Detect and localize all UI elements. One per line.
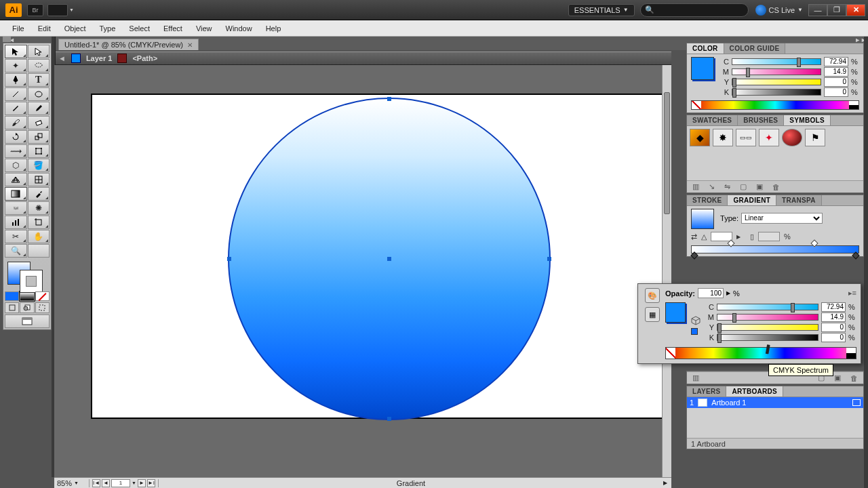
color-mode-none[interactable] [35, 291, 50, 301]
screen-mode-button[interactable] [5, 314, 50, 328]
tool-symbol-sprayer[interactable]: ✺ [28, 201, 50, 215]
tool-eraser[interactable] [28, 116, 50, 129]
color-mode-solid[interactable] [5, 291, 19, 301]
popup-spectrum[interactable] [665, 347, 856, 359]
artboard-row[interactable]: 1 Artboard 1 [687, 397, 863, 408]
tool-blend[interactable]: ⎃ [5, 201, 27, 215]
menu-file[interactable]: File [5, 22, 31, 35]
duplicate-icon[interactable]: ▣ [834, 373, 841, 382]
anchor-right[interactable] [547, 257, 551, 261]
aspect-field[interactable] [758, 232, 780, 241]
tool-lasso[interactable] [28, 59, 50, 73]
tool-column-graph[interactable] [5, 216, 27, 229]
opacity-stepper[interactable]: ▶ [726, 290, 730, 296]
popup-slider-c[interactable] [717, 304, 818, 310]
tool-scale[interactable] [28, 130, 50, 144]
opacity-input[interactable] [698, 288, 724, 298]
anchor-bottom[interactable] [387, 417, 391, 421]
tool-slice[interactable]: ✂ [5, 230, 27, 243]
anchor-left[interactable] [227, 257, 231, 261]
delete-icon[interactable]: 🗑 [850, 374, 858, 382]
popup-swatches-icon[interactable]: ▦ [645, 307, 660, 322]
tool-blob-brush[interactable]: 🖌 [5, 116, 27, 129]
appearance-menu-icon[interactable]: ▥ [692, 373, 699, 382]
anchor-center[interactable] [387, 257, 391, 261]
break-link-icon[interactable]: ⇋ [724, 182, 730, 191]
popup-palette-icon[interactable]: 🎨 [645, 288, 660, 303]
tool-selection[interactable] [5, 45, 27, 58]
search-input[interactable]: 🔍 [640, 3, 749, 17]
tool-direct-selection[interactable] [28, 45, 50, 58]
symbol-flag[interactable]: ⚑ [805, 129, 825, 146]
draw-inside[interactable] [35, 302, 50, 313]
tab-swatches[interactable]: SWATCHES [687, 115, 738, 125]
tool-pencil[interactable] [28, 102, 50, 115]
tool-magic-wand[interactable]: ✦ [5, 59, 27, 73]
scrollbar-vertical[interactable] [662, 65, 671, 477]
tab-color-guide[interactable]: COLOR GUIDE [724, 43, 786, 54]
close-tab-icon[interactable]: ✕ [187, 41, 193, 49]
nav-next[interactable]: ► [138, 479, 146, 487]
tab-transparency[interactable]: TRANSPA [776, 195, 822, 205]
menu-select[interactable]: Select [122, 22, 157, 35]
tool-shape-builder[interactable]: ⬡ [5, 159, 27, 172]
popup-k-value[interactable]: 0 [821, 333, 846, 342]
popup-m-value[interactable]: 14.9 [821, 312, 846, 322]
popup-menu-icon[interactable]: ▸≡ [848, 289, 856, 298]
symbol-tape[interactable]: ▭▭ [736, 129, 756, 146]
menu-view[interactable]: View [189, 22, 219, 35]
minimize-button[interactable]: — [808, 4, 827, 16]
tool-free-transform[interactable] [28, 144, 50, 158]
tool-ellipse[interactable] [28, 87, 50, 101]
tool-rotate[interactable] [5, 130, 27, 144]
draw-normal[interactable] [5, 302, 19, 313]
document-tab[interactable]: Untitled-1* @ 85% (CMYK/Preview) ✕ [58, 39, 199, 50]
menu-window[interactable]: Window [219, 22, 259, 35]
tool-zoom[interactable]: 🔍 [5, 244, 27, 258]
gradient-ramp[interactable] [691, 245, 859, 253]
toolbox-grip[interactable] [3, 37, 11, 42]
stroke-swatch[interactable] [20, 270, 43, 293]
nav-last[interactable]: ►I [147, 479, 155, 487]
reverse-gradient-icon[interactable]: ⇄ [691, 232, 697, 241]
tool-pen[interactable] [5, 73, 27, 87]
popup-y-value[interactable]: 0 [821, 323, 846, 332]
menu-edit[interactable]: Edit [31, 22, 58, 35]
color-mode-gradient[interactable] [20, 291, 34, 301]
draw-behind[interactable] [20, 302, 34, 313]
slider-m-value[interactable]: 14.9 [824, 67, 848, 77]
delete-symbol-icon[interactable]: 🗑 [772, 183, 780, 191]
status-menu-icon[interactable]: ▶ [663, 480, 671, 486]
tab-layers[interactable]: LAYERS [687, 386, 726, 396]
spectrum-bar[interactable] [691, 100, 859, 110]
place-symbol-icon[interactable]: ↘ [709, 182, 715, 191]
symbol-orb[interactable] [782, 129, 802, 146]
tool-spare[interactable] [28, 244, 50, 258]
tool-gradient[interactable] [5, 187, 27, 201]
symbol-cube[interactable]: ◆ [690, 129, 710, 146]
zoom-level[interactable]: 85%▼ [54, 479, 90, 487]
artboard[interactable] [91, 94, 667, 419]
slider-k-value[interactable]: 0 [824, 87, 848, 97]
tab-brushes[interactable]: BRUSHES [738, 115, 784, 125]
nav-prev[interactable]: ◄ [102, 479, 110, 487]
back-icon[interactable]: ◄ [58, 54, 66, 62]
tool-hand[interactable]: ✋ [28, 230, 50, 243]
tool-width[interactable]: ⟿ [5, 144, 27, 158]
slider-y[interactable] [732, 79, 821, 85]
symbol-libraries-icon[interactable]: ▥ [692, 182, 699, 191]
crumb-path[interactable]: <Path> [132, 54, 157, 62]
scroll-thumb[interactable] [664, 92, 670, 214]
popup-slider-m[interactable] [717, 314, 818, 321]
tool-perspective-grid[interactable] [5, 173, 27, 186]
nav-first[interactable]: I◄ [92, 479, 100, 487]
mini-swatch[interactable] [691, 328, 698, 335]
menu-effect[interactable]: Effect [157, 22, 189, 35]
artboard-options-icon[interactable] [852, 399, 861, 406]
crumb-layer[interactable]: Layer 1 [86, 54, 113, 62]
bridge-badge[interactable]: Br [27, 4, 43, 16]
tab-stroke[interactable]: STROKE [687, 195, 728, 205]
tab-gradient[interactable]: GRADIENT [728, 195, 776, 205]
anchor-top[interactable] [387, 97, 391, 101]
workspace-switcher[interactable]: ESSENTIALS ▼ [568, 4, 635, 16]
